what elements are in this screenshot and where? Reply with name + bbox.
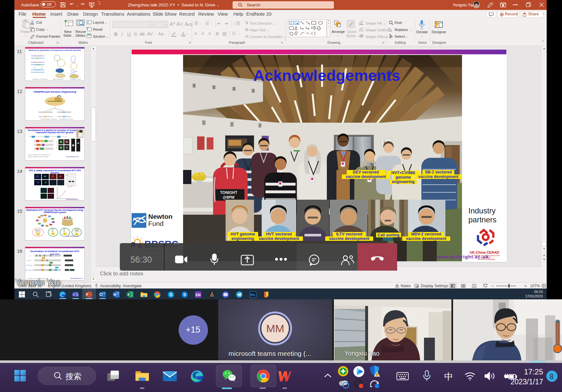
svg-text:vaccine development: vaccine development (418, 174, 459, 179)
svg-text:HVT+CVI988: HVT+CVI988 (391, 171, 415, 175)
svg-text:vaccine development: vaccine development (329, 236, 370, 241)
svg-text:ILTV vectored: ILTV vectored (336, 232, 362, 236)
svg-text:vaccine development: vaccine development (259, 236, 299, 241)
svg-text:HVT vectored: HVT vectored (266, 232, 292, 236)
svg-text:A: A (290, 21, 292, 25)
svg-text:Non-homologous end joining: Non-homologous end joining (41, 118, 57, 120)
svg-text:Homology directed repair: Homology directed repair (59, 118, 73, 120)
svg-text:www.pirbright.ac.uk: www.pirbright.ac.uk (66, 235, 79, 237)
svg-text:www.pirbright.ac.uk: www.pirbright.ac.uk (66, 156, 79, 158)
svg-text:HVT genome: HVT genome (231, 232, 255, 236)
svg-text:engineering: engineering (232, 236, 254, 241)
svg-text:engineering: engineering (392, 180, 415, 184)
svg-text:!: ! (376, 373, 377, 376)
svg-text:Overlapping cosmid: Overlapping cosmid (69, 78, 81, 80)
svg-text:MDV-2 vectored: MDV-2 vectored (411, 232, 441, 236)
svg-text:W: W (113, 293, 117, 296)
svg-text:S: S (169, 292, 172, 297)
svg-text:rHVT-F-gD-VP2: rHVT-F-gD-VP2 (25, 269, 35, 271)
svg-text:X: X (127, 293, 130, 296)
svg-text:www.pirbright.ac.uk: www.pirbright.ac.uk (66, 199, 79, 200)
svg-text:DEV vectored: DEV vectored (353, 170, 379, 174)
svg-text:vaccine development: vaccine development (406, 236, 447, 241)
svg-text:vaccine development: vaccine development (346, 174, 386, 179)
svg-text:rHVT-F-gD: rHVT-F-gD (26, 265, 32, 266)
svg-text:S: S (183, 292, 186, 297)
svg-text:Homologous recombination: Homologous recombination (32, 78, 48, 80)
svg-text:wt: wt (30, 255, 31, 257)
svg-text:b: b (389, 27, 390, 30)
svg-text:EN: EN (196, 293, 201, 297)
svg-text:P: P (86, 293, 89, 296)
svg-text:SB-1 vectored: SB-1 vectored (425, 170, 452, 174)
svg-text:Tang et al (2019) J Vis Exp 11: Tang et al (2019) J Vis Exp 11 (143) (28, 156, 48, 158)
svg-text:kDa: kDa (65, 174, 68, 176)
svg-text:BAC mutagenesis: BAC mutagenesis (53, 78, 64, 80)
svg-text:Tang et al (2018) Vaccine 36(5: Tang et al (2018) Vaccine 36(5) 716-722 (28, 154, 51, 156)
svg-text:Ps: Ps (251, 293, 255, 297)
svg-text:T: T (73, 293, 75, 296)
svg-text:genome: genome (396, 175, 411, 180)
svg-text:Fund: Fund (148, 220, 164, 227)
svg-text:Cell sorting: Cell sorting (378, 233, 400, 237)
svg-text:Newton: Newton (148, 213, 173, 220)
svg-text:c: c (390, 29, 392, 32)
svg-text:rHVT-F: rHVT-F (27, 260, 31, 261)
